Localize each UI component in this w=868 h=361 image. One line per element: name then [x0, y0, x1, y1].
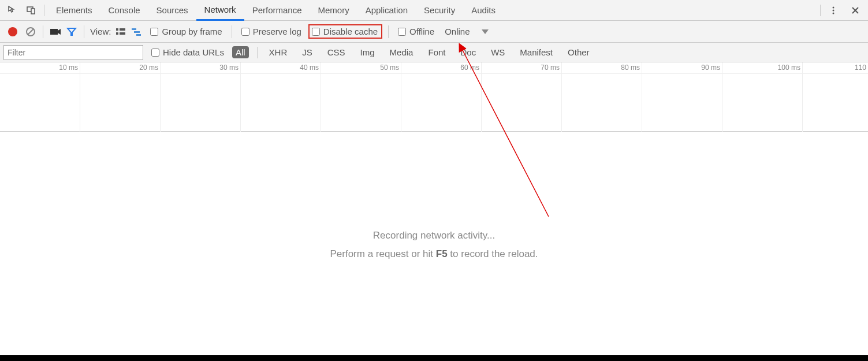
empty-state: Recording network activity... Perform a …	[0, 230, 868, 260]
group-by-frame-label: Group by frame	[162, 27, 222, 36]
offline-checkbox[interactable]: Offline	[394, 27, 438, 36]
device-toggle-icon[interactable]	[24, 3, 38, 17]
tick-label: 90 ms	[701, 64, 720, 72]
clear-icon[interactable]	[24, 25, 37, 38]
record-button[interactable]	[8, 27, 17, 36]
group-by-frame-input[interactable]	[150, 28, 158, 36]
separator	[84, 25, 84, 38]
hide-data-urls-checkbox[interactable]: Hide data URLs	[148, 47, 228, 57]
tab-audits[interactable]: Audits	[463, 0, 504, 20]
separator	[44, 5, 44, 16]
tick-label: 50 ms	[380, 64, 399, 72]
footer-bar	[0, 355, 868, 361]
svg-rect-6	[50, 29, 58, 35]
resource-type-filters: All XHR JS CSS Img Media Font Doc WS Man…	[232, 46, 593, 58]
type-media[interactable]: Media	[386, 46, 417, 58]
network-toolbar: View: Group by frame Preserve log Disabl…	[0, 21, 868, 43]
hide-data-urls-input[interactable]	[151, 49, 159, 57]
throttling-value: Online	[445, 27, 470, 36]
tick-label: 80 ms	[621, 64, 640, 72]
empty-line1: Recording network activity...	[0, 230, 868, 241]
separator	[43, 25, 43, 38]
network-timeline[interactable]: 10 ms 20 ms 30 ms 40 ms 50 ms 60 ms 70 m…	[0, 62, 868, 132]
tick-label: 20 ms	[139, 64, 158, 72]
svg-point-3	[833, 9, 835, 11]
waterfall-icon[interactable]	[131, 25, 143, 38]
tick-label: 30 ms	[219, 64, 239, 72]
filter-input[interactable]	[3, 45, 143, 60]
tab-application[interactable]: Application	[357, 0, 416, 20]
tab-performance[interactable]: Performance	[244, 0, 310, 20]
separator	[257, 47, 258, 58]
svg-rect-9	[116, 32, 118, 35]
type-xhr[interactable]: XHR	[266, 46, 291, 58]
type-manifest[interactable]: Manifest	[516, 46, 556, 58]
tab-memory[interactable]: Memory	[310, 0, 357, 20]
svg-rect-12	[134, 31, 140, 33]
large-rows-icon[interactable]	[114, 25, 127, 38]
tick-label: 100 ms	[778, 64, 800, 72]
hide-data-urls-label: Hide data URLs	[163, 47, 224, 57]
tab-sources[interactable]: Sources	[148, 0, 196, 20]
disable-cache-highlight: Disable cache	[308, 24, 382, 39]
offline-input[interactable]	[398, 28, 406, 36]
panel-tabs: Elements Console Sources Network Perform…	[48, 0, 504, 20]
filter-icon[interactable]	[65, 25, 78, 38]
timeline-ticks: 10 ms 20 ms 30 ms 40 ms 50 ms 60 ms 70 m…	[0, 62, 868, 74]
tick-label: 40 ms	[300, 64, 319, 72]
svg-rect-13	[136, 34, 141, 36]
view-label: View:	[90, 27, 111, 36]
disable-cache-input[interactable]	[312, 28, 320, 36]
separator	[820, 5, 821, 16]
preserve-log-input[interactable]	[241, 28, 249, 36]
svg-rect-8	[120, 28, 125, 31]
devtools-tabbar: Elements Console Sources Network Perform…	[0, 0, 868, 21]
shortcut-key: F5	[436, 248, 448, 259]
tab-security[interactable]: Security	[416, 0, 463, 20]
svg-rect-1	[31, 9, 35, 14]
screenshot-icon[interactable]	[49, 25, 62, 38]
svg-point-2	[833, 6, 835, 8]
tab-elements[interactable]: Elements	[48, 0, 100, 20]
tick-label: 60 ms	[460, 64, 479, 72]
type-img[interactable]: Img	[357, 46, 378, 58]
type-all[interactable]: All	[232, 46, 249, 58]
disable-cache-label: Disable cache	[323, 27, 378, 36]
close-icon[interactable]	[848, 3, 862, 17]
svg-rect-11	[132, 28, 136, 30]
dropdown-icon	[482, 29, 489, 34]
disable-cache-checkbox[interactable]: Disable cache	[312, 27, 378, 36]
inspect-icon[interactable]	[6, 3, 20, 17]
svg-rect-10	[120, 32, 125, 35]
preserve-log-label: Preserve log	[253, 27, 301, 36]
offline-label: Offline	[409, 27, 434, 36]
empty-line2: Perform a request or hit F5 to record th…	[0, 248, 868, 260]
tab-network[interactable]: Network	[196, 0, 244, 21]
type-doc[interactable]: Doc	[457, 46, 479, 58]
more-icon[interactable]	[826, 3, 840, 17]
preserve-log-checkbox[interactable]: Preserve log	[238, 27, 305, 36]
svg-rect-7	[116, 28, 118, 31]
type-js[interactable]: JS	[299, 46, 316, 58]
type-css[interactable]: CSS	[324, 46, 349, 58]
tab-console[interactable]: Console	[100, 0, 148, 20]
throttling-select[interactable]: Online	[441, 27, 491, 36]
network-filter-row: Hide data URLs All XHR JS CSS Img Media …	[0, 43, 868, 62]
tick-label: 70 ms	[541, 64, 560, 72]
type-font[interactable]: Font	[424, 46, 449, 58]
separator	[232, 25, 232, 38]
tick-label: 10 ms	[59, 64, 78, 72]
svg-point-4	[833, 12, 835, 14]
group-by-frame-checkbox[interactable]: Group by frame	[147, 27, 225, 36]
tick-label: 110	[855, 64, 866, 72]
separator	[388, 25, 389, 38]
type-other[interactable]: Other	[564, 46, 593, 58]
type-ws[interactable]: WS	[487, 46, 508, 58]
